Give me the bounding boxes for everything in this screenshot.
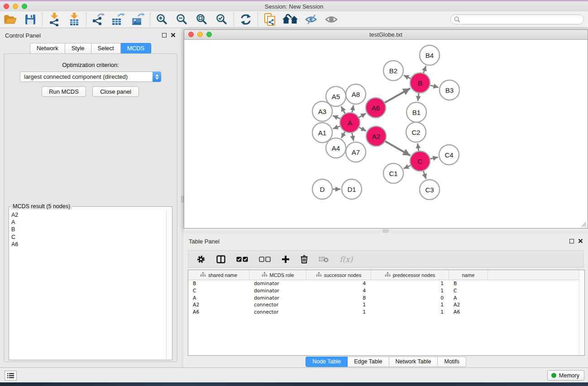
cell-MCDS-role[interactable]: dominator <box>249 280 306 287</box>
cell-successor-nodes[interactable]: 4 <box>306 287 371 295</box>
cell-predecessor-nodes[interactable]: 1 <box>371 309 449 316</box>
graph-edge-C-C3[interactable] <box>423 171 426 179</box>
import-network-icon[interactable] <box>46 12 63 27</box>
mcds-result-scrollbar[interactable] <box>166 210 172 359</box>
cell-MCDS-role[interactable]: connector <box>249 301 306 309</box>
table-scrollbar[interactable] <box>579 270 584 355</box>
tab-network-table[interactable]: Network Table <box>389 357 438 367</box>
mcds-result-item[interactable]: A6 <box>11 241 166 248</box>
delete-column-icon[interactable] <box>301 255 308 263</box>
optimization-criterion-select[interactable]: largest connected component (directed) <box>20 71 161 82</box>
cell-shared-name[interactable]: A <box>188 295 249 302</box>
select-all-icon[interactable] <box>236 257 248 262</box>
graph-node-B4[interactable]: B4 <box>420 45 440 65</box>
graph-node-A6[interactable]: A6 <box>366 98 386 118</box>
cell-MCDS-role[interactable]: dominator <box>249 287 306 295</box>
cell-name[interactable]: C <box>449 287 488 295</box>
graph-edge-A2-C[interactable] <box>385 141 410 155</box>
open-session-icon[interactable] <box>2 12 19 27</box>
cell-name[interactable]: B <box>449 280 488 287</box>
close-panel-icon[interactable] <box>578 238 583 243</box>
cell-shared-name[interactable]: A6 <box>188 309 249 316</box>
cell-name[interactable]: A6 <box>449 309 488 316</box>
mcds-result-item[interactable]: A <box>11 219 166 226</box>
network-window-titlebar[interactable]: testGlobe.txt <box>184 30 588 40</box>
graph-node-C[interactable]: C <box>410 151 430 171</box>
table-row[interactable]: Adominator80A <box>188 295 584 302</box>
function-builder-icon[interactable]: f(x) <box>339 255 353 264</box>
import-table-icon[interactable] <box>66 12 83 27</box>
graph-node-B3[interactable]: B3 <box>440 80 459 100</box>
cell-predecessor-nodes[interactable]: 1 <box>371 301 449 309</box>
close-panel-button[interactable]: Close panel <box>92 86 139 97</box>
cell-shared-name[interactable]: A2 <box>188 301 249 309</box>
deselect-all-icon[interactable] <box>259 257 271 262</box>
tab-edge-table[interactable]: Edge Table <box>348 357 389 367</box>
graph-edge-B-B4[interactable] <box>423 66 425 73</box>
graph-edge-A-A4[interactable] <box>341 132 345 138</box>
graph-node-A4[interactable]: A4 <box>326 138 346 158</box>
show-all-icon[interactable] <box>323 12 340 27</box>
column-header-predecessor-nodes[interactable]: predecessor nodes <box>371 270 449 280</box>
network-canvas[interactable]: B4B2BB3A8A5A6A3B1AC2A1A2A4A7C4CC1DD1C3 <box>184 40 588 228</box>
graph-node-C1[interactable]: C1 <box>383 163 403 183</box>
cell-shared-name[interactable]: C <box>188 287 249 295</box>
cell-shared-name[interactable]: B <box>188 280 249 287</box>
mcds-result-list[interactable]: A2ABCA6 <box>10 210 166 359</box>
cell-MCDS-role[interactable]: connector <box>249 309 306 316</box>
graph-node-A[interactable]: A <box>340 113 360 133</box>
column-header-MCDS-role[interactable]: MCDS role <box>249 270 306 280</box>
export-network-icon[interactable] <box>90 12 107 27</box>
create-column-icon[interactable] <box>282 255 290 263</box>
graph-edge-B-B3[interactable] <box>430 85 438 87</box>
horizontal-split-divider[interactable] <box>184 229 588 234</box>
hide-selected-icon[interactable] <box>303 12 320 27</box>
table-row[interactable]: Cdominator41C <box>188 287 584 295</box>
show-column-icon[interactable] <box>216 255 225 263</box>
mcds-result-item[interactable]: A2 <box>11 211 166 219</box>
graph-node-A2[interactable]: A2 <box>366 126 386 146</box>
task-history-button[interactable] <box>5 371 17 381</box>
run-mcds-button[interactable]: Run MCDS <box>42 86 86 97</box>
graph-node-B[interactable]: B <box>410 73 430 93</box>
graph-node-D[interactable]: D <box>312 179 332 199</box>
graph-node-A1[interactable]: A1 <box>312 123 332 143</box>
table-row[interactable]: Bdominator41B <box>188 280 584 287</box>
cell-successor-nodes[interactable]: 4 <box>306 280 371 287</box>
divider-grip[interactable] <box>383 229 388 233</box>
graph-edge-C-C2[interactable] <box>417 143 418 151</box>
column-header-name[interactable]: name <box>449 270 488 280</box>
float-panel-icon[interactable] <box>162 33 167 38</box>
tab-node-table[interactable]: Node Table <box>306 357 348 367</box>
zoom-selected-icon[interactable] <box>213 12 230 27</box>
graph-edge-A6-B[interactable] <box>385 88 410 103</box>
table-row[interactable]: A2connector11A2 <box>188 301 584 309</box>
memory-button[interactable]: Memory <box>547 370 584 381</box>
zoom-in-icon[interactable] <box>153 12 171 27</box>
graph-node-C2[interactable]: C2 <box>406 122 426 142</box>
mcds-result-item[interactable]: C <box>11 234 166 241</box>
cell-predecessor-nodes[interactable]: 1 <box>371 287 449 295</box>
clone-network-icon[interactable] <box>261 12 278 27</box>
cell-MCDS-role[interactable]: dominator <box>249 295 306 302</box>
cell-successor-nodes[interactable]: 1 <box>306 301 371 309</box>
graph-node-B1[interactable]: B1 <box>406 102 426 122</box>
graph-edge-A-A3[interactable] <box>333 115 340 119</box>
graph-node-A3[interactable]: A3 <box>312 101 332 121</box>
graph-edge-A-A8[interactable] <box>352 105 354 112</box>
table-row[interactable]: A6connector11A6 <box>188 309 584 316</box>
graph-node-A7[interactable]: A7 <box>346 142 366 162</box>
graph-edge-A-A7[interactable] <box>352 133 354 141</box>
zoom-out-icon[interactable] <box>173 12 191 27</box>
search-input[interactable] <box>450 14 584 24</box>
column-header-successor-nodes[interactable]: successor nodes <box>306 270 371 280</box>
graph-edge-C-C1[interactable] <box>404 166 411 169</box>
tab-motifs[interactable]: Motifs <box>438 357 466 367</box>
graph-edge-A-A2[interactable] <box>359 128 366 131</box>
graph-node-C3[interactable]: C3 <box>420 180 440 200</box>
graph-node-C4[interactable]: C4 <box>439 145 459 165</box>
graph-edge-A-A6[interactable] <box>359 114 366 118</box>
tab-select[interactable]: Select <box>91 43 121 54</box>
cell-successor-nodes[interactable]: 8 <box>306 295 371 302</box>
refresh-icon[interactable] <box>237 12 254 27</box>
